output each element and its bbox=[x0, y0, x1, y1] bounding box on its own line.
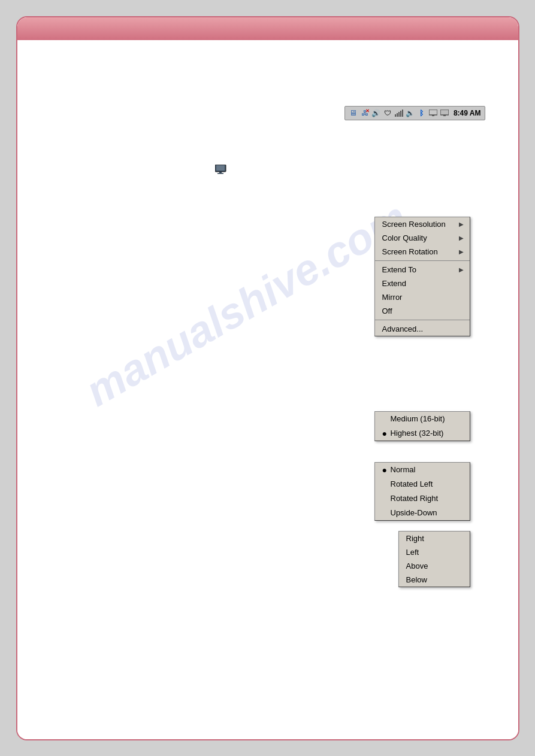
menu-rotated-left[interactable]: Rotated Left bbox=[375, 477, 470, 491]
desktop-display-icon[interactable] bbox=[215, 165, 227, 177]
svg-rect-0 bbox=[395, 114, 396, 117]
menu-mirror[interactable]: Mirror bbox=[375, 290, 470, 304]
bullet-highest: ● bbox=[382, 429, 391, 438]
tray-monitor-icon[interactable]: 🖥 bbox=[349, 108, 358, 118]
bullet-normal: ● bbox=[382, 465, 391, 475]
svg-rect-12 bbox=[217, 173, 223, 174]
menu-upside-down[interactable]: Upside-Down bbox=[375, 506, 470, 520]
arrow-icon: ▶ bbox=[459, 235, 464, 241]
tray-screen2-icon[interactable] bbox=[440, 108, 449, 118]
menu-extend-above[interactable]: Above bbox=[399, 559, 470, 573]
tray-speaker-icon[interactable]: 🔊 bbox=[371, 108, 381, 118]
menu-screen-resolution[interactable]: Screen Resolution ▶ bbox=[375, 217, 470, 231]
svg-rect-4 bbox=[402, 110, 403, 117]
bullet-medium bbox=[382, 414, 391, 424]
submenu-color-quality: Medium (16-bit) ● Highest (32-bit) bbox=[374, 411, 470, 441]
bullet-upside-down bbox=[382, 508, 391, 518]
content-area: 🖥 🖧 ✕ 🔊 🛡 🔈 bbox=[17, 40, 518, 739]
system-tray: 🖥 🖧 ✕ 🔊 🛡 🔈 bbox=[344, 106, 485, 120]
top-bar bbox=[17, 17, 518, 40]
menu-highest-32bit[interactable]: ● Highest (32-bit) bbox=[375, 426, 470, 441]
svg-rect-6 bbox=[432, 115, 434, 116]
bullet-rotated-right bbox=[382, 494, 391, 503]
context-menu: Screen Resolution ▶ Color Quality ▶ Scre… bbox=[374, 217, 470, 336]
svg-rect-7 bbox=[440, 110, 449, 115]
watermark: manualshive.com bbox=[77, 192, 415, 415]
svg-rect-10 bbox=[216, 165, 225, 171]
submenu-screen-rotation: ● Normal Rotated Left Rotated Right Upsi… bbox=[374, 462, 470, 521]
menu-screen-rotation[interactable]: Screen Rotation ▶ bbox=[375, 245, 470, 259]
menu-normal[interactable]: ● Normal bbox=[375, 463, 470, 477]
system-clock: 8:49 AM bbox=[454, 109, 481, 117]
menu-rotated-right[interactable]: Rotated Right bbox=[375, 491, 470, 506]
menu-extend[interactable]: Extend bbox=[375, 277, 470, 290]
tray-signal-icon[interactable] bbox=[394, 108, 404, 118]
menu-extend-left[interactable]: Left bbox=[399, 545, 470, 559]
menu-extend-to[interactable]: Extend To ▶ bbox=[375, 263, 470, 277]
submenu-extend-to: Right Left Above Below bbox=[398, 531, 470, 587]
svg-rect-3 bbox=[400, 111, 401, 117]
arrow-icon: ▶ bbox=[459, 266, 464, 273]
tray-network-error-icon[interactable]: 🖧 ✕ bbox=[360, 108, 370, 118]
svg-rect-1 bbox=[397, 113, 398, 117]
menu-medium-16bit[interactable]: Medium (16-bit) bbox=[375, 412, 470, 426]
menu-extend-below[interactable]: Below bbox=[399, 573, 470, 587]
tray-screen1-icon[interactable] bbox=[428, 108, 438, 118]
page-frame: 🖥 🖧 ✕ 🔊 🛡 🔈 bbox=[16, 16, 519, 740]
menu-extend-right[interactable]: Right bbox=[399, 532, 470, 545]
svg-rect-8 bbox=[443, 115, 446, 116]
tray-volume-icon[interactable]: 🔈 bbox=[406, 108, 415, 118]
svg-rect-11 bbox=[219, 172, 222, 173]
arrow-icon: ▶ bbox=[459, 248, 464, 255]
menu-divider-1 bbox=[375, 260, 470, 261]
menu-advanced[interactable]: Advanced... bbox=[375, 322, 470, 336]
bullet-rotated-left bbox=[382, 479, 391, 489]
svg-rect-5 bbox=[429, 110, 437, 115]
svg-rect-2 bbox=[398, 112, 400, 117]
tray-security-icon[interactable]: 🛡 bbox=[383, 108, 392, 118]
tray-bluetooth-icon[interactable]: ᛒ bbox=[417, 108, 427, 118]
arrow-icon: ▶ bbox=[459, 221, 464, 227]
menu-off[interactable]: Off bbox=[375, 304, 470, 318]
menu-divider-2 bbox=[375, 320, 470, 320]
menu-color-quality[interactable]: Color Quality ▶ bbox=[375, 231, 470, 245]
